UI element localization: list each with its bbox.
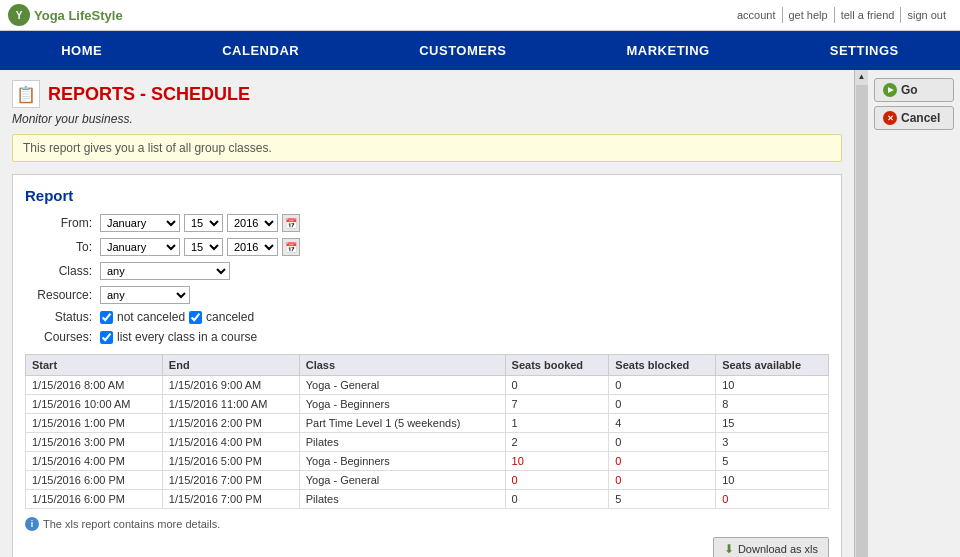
to-day-select[interactable]: 12345 678910 1112131415 1617181920 21222… — [184, 238, 223, 256]
table-cell: 1/15/2016 8:00 AM — [26, 376, 163, 395]
table-row: 1/15/2016 6:00 PM1/15/2016 7:00 PMPilate… — [26, 490, 829, 509]
report-section: Report From: JanuaryFebruaryMarchApril M… — [12, 174, 842, 557]
table-cell: 0 — [505, 376, 609, 395]
class-inputs: any — [100, 262, 230, 280]
scroll-up-arrow[interactable]: ▲ — [856, 70, 868, 83]
resource-row: Resource: any — [25, 286, 829, 304]
class-row: Class: any — [25, 262, 829, 280]
from-day-select[interactable]: 12345 678910 1112131415 1617181920 21222… — [184, 214, 223, 232]
table-cell: Yoga - Beginners — [299, 395, 505, 414]
to-year-select[interactable]: 201520162017 — [227, 238, 278, 256]
courses-row: Courses: list every class in a course — [25, 330, 829, 344]
table-cell: 1/15/2016 7:00 PM — [162, 471, 299, 490]
info-box: This report gives you a list of all grou… — [12, 134, 842, 162]
go-icon — [883, 83, 897, 97]
resource-select[interactable]: any — [100, 286, 190, 304]
report-section-title: Report — [25, 187, 829, 204]
courses-text: list every class in a course — [117, 330, 257, 344]
from-calendar-icon[interactable]: 📅 — [282, 214, 300, 232]
class-select[interactable]: any — [100, 262, 230, 280]
get-help-link[interactable]: get help — [783, 7, 835, 23]
account-link[interactable]: account — [731, 7, 783, 23]
table-cell: 0 — [609, 376, 716, 395]
table-cell: 7 — [505, 395, 609, 414]
to-label: To: — [25, 240, 100, 254]
status-label: Status: — [25, 310, 100, 324]
col-seats-booked: Seats booked — [505, 355, 609, 376]
table-cell: 10 — [716, 376, 829, 395]
table-cell: 1/15/2016 4:00 PM — [162, 433, 299, 452]
to-calendar-icon[interactable]: 📅 — [282, 238, 300, 256]
table-cell: 1/15/2016 6:00 PM — [26, 471, 163, 490]
table-row: 1/15/2016 3:00 PM1/15/2016 4:00 PMPilate… — [26, 433, 829, 452]
table-cell: 0 — [609, 395, 716, 414]
to-month-select[interactable]: JanuaryFebruaryMarchApril MayJuneJulyAug… — [100, 238, 180, 256]
logo: Y Yoga LifeStyle — [8, 4, 123, 26]
status-not-canceled-checkbox[interactable] — [100, 311, 113, 324]
schedule-table: Start End Class Seats booked Seats block… — [25, 354, 829, 509]
table-cell: Yoga - General — [299, 376, 505, 395]
col-class: Class — [299, 355, 505, 376]
nav-settings[interactable]: SETTINGS — [770, 31, 959, 70]
info-note: i The xls report contains more details. — [25, 517, 829, 531]
page-title: REPORTS - SCHEDULE — [48, 84, 250, 105]
cancel-label: Cancel — [901, 111, 940, 125]
logo-icon: Y — [8, 4, 30, 26]
table-cell: 3 — [716, 433, 829, 452]
from-label: From: — [25, 216, 100, 230]
table-cell: 10 — [716, 471, 829, 490]
table-cell: 0 — [609, 471, 716, 490]
nav-marketing[interactable]: MARKETING — [567, 31, 770, 70]
scroll-track[interactable] — [856, 85, 868, 557]
table-cell: 1/15/2016 7:00 PM — [162, 490, 299, 509]
main-area: REPORTS - SCHEDULE Monitor your business… — [0, 70, 960, 557]
main-nav: HOME CALENDAR CUSTOMERS MARKETING SETTIN… — [0, 31, 960, 70]
from-row: From: JanuaryFebruaryMarchApril MayJuneJ… — [25, 214, 829, 232]
class-label: Class: — [25, 264, 100, 278]
to-inputs: JanuaryFebruaryMarchApril MayJuneJulyAug… — [100, 238, 300, 256]
table-cell: 10 — [505, 452, 609, 471]
reports-icon — [12, 80, 40, 108]
status-inputs: not canceled canceled — [100, 310, 254, 324]
table-cell: 1/15/2016 5:00 PM — [162, 452, 299, 471]
info-note-text: The xls report contains more details. — [43, 518, 220, 530]
from-month-select[interactable]: JanuaryFebruaryMarchApril MayJuneJulyAug… — [100, 214, 180, 232]
table-cell: Yoga - Beginners — [299, 452, 505, 471]
from-year-select[interactable]: 201520162017 — [227, 214, 278, 232]
table-cell: Part Time Level 1 (5 weekends) — [299, 414, 505, 433]
to-row: To: JanuaryFebruaryMarchApril MayJuneJul… — [25, 238, 829, 256]
col-end: End — [162, 355, 299, 376]
content-area: REPORTS - SCHEDULE Monitor your business… — [0, 70, 854, 557]
go-label: Go — [901, 83, 918, 97]
cancel-button[interactable]: Cancel — [874, 106, 954, 130]
resource-inputs: any — [100, 286, 190, 304]
download-icon: ⬇ — [724, 542, 734, 556]
table-cell: 0 — [609, 452, 716, 471]
table-row: 1/15/2016 8:00 AM1/15/2016 9:00 AMYoga -… — [26, 376, 829, 395]
table-cell: Pilates — [299, 433, 505, 452]
top-links: account get help tell a friend sign out — [731, 7, 952, 23]
nav-calendar[interactable]: CALENDAR — [162, 31, 359, 70]
nav-customers[interactable]: CUSTOMERS — [359, 31, 566, 70]
status-row: Status: not canceled canceled — [25, 310, 829, 324]
table-cell: 1/15/2016 11:00 AM — [162, 395, 299, 414]
sign-out-link[interactable]: sign out — [901, 7, 952, 23]
table-cell: 0 — [609, 433, 716, 452]
download-xls-button[interactable]: ⬇ Download as xls — [713, 537, 829, 557]
status-canceled-checkbox[interactable] — [189, 311, 202, 324]
from-inputs: JanuaryFebruaryMarchApril MayJuneJulyAug… — [100, 214, 300, 232]
col-seats-available: Seats available — [716, 355, 829, 376]
courses-checkbox[interactable] — [100, 331, 113, 344]
go-button[interactable]: Go — [874, 78, 954, 102]
courses-inputs: list every class in a course — [100, 330, 257, 344]
tell-a-friend-link[interactable]: tell a friend — [835, 7, 902, 23]
courses-label: Courses: — [25, 330, 100, 344]
table-cell: 1/15/2016 1:00 PM — [26, 414, 163, 433]
table-cell: 4 — [609, 414, 716, 433]
scrollbar: ▲ ▼ — [854, 70, 868, 557]
table-row: 1/15/2016 10:00 AM1/15/2016 11:00 AMYoga… — [26, 395, 829, 414]
status-not-canceled-label: not canceled — [117, 310, 185, 324]
page-subtitle: Monitor your business. — [12, 112, 842, 126]
table-row: 1/15/2016 6:00 PM1/15/2016 7:00 PMYoga -… — [26, 471, 829, 490]
nav-home[interactable]: HOME — [1, 31, 162, 70]
